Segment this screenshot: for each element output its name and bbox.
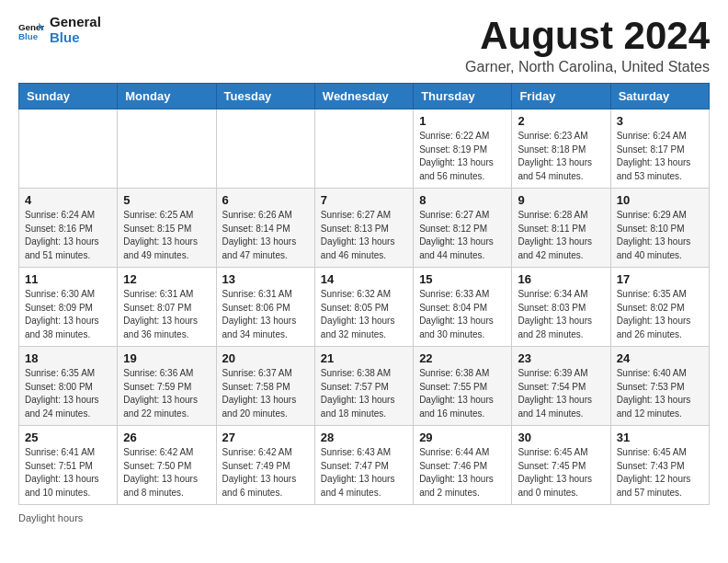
day-info: Sunrise: 6:27 AM Sunset: 8:13 PM Dayligh… bbox=[321, 209, 407, 262]
calendar-cell: 3Sunrise: 6:24 AM Sunset: 8:17 PM Daylig… bbox=[610, 109, 709, 189]
day-number: 16 bbox=[518, 272, 604, 286]
calendar-cell: 27Sunrise: 6:42 AM Sunset: 7:49 PM Dayli… bbox=[216, 426, 314, 505]
day-number: 17 bbox=[617, 272, 703, 286]
day-info: Sunrise: 6:37 AM Sunset: 7:58 PM Dayligh… bbox=[222, 367, 309, 420]
day-info: Sunrise: 6:29 AM Sunset: 8:10 PM Dayligh… bbox=[617, 209, 703, 262]
calendar-cell: 23Sunrise: 6:39 AM Sunset: 7:54 PM Dayli… bbox=[512, 347, 610, 426]
calendar-title: August 2024 bbox=[465, 15, 710, 57]
calendar-cell: 10Sunrise: 6:29 AM Sunset: 8:10 PM Dayli… bbox=[610, 189, 709, 268]
column-header-saturday: Saturday bbox=[610, 84, 709, 109]
day-number: 23 bbox=[518, 351, 604, 365]
calendar-cell: 22Sunrise: 6:38 AM Sunset: 7:55 PM Dayli… bbox=[414, 347, 512, 426]
day-info: Sunrise: 6:45 AM Sunset: 7:45 PM Dayligh… bbox=[518, 446, 604, 500]
day-info: Sunrise: 6:38 AM Sunset: 7:55 PM Dayligh… bbox=[419, 367, 506, 420]
calendar-cell: 8Sunrise: 6:27 AM Sunset: 8:12 PM Daylig… bbox=[414, 189, 512, 268]
calendar-cell: 13Sunrise: 6:31 AM Sunset: 8:06 PM Dayli… bbox=[216, 268, 314, 347]
calendar-cell: 12Sunrise: 6:31 AM Sunset: 8:07 PM Dayli… bbox=[118, 268, 216, 347]
day-info: Sunrise: 6:41 AM Sunset: 7:51 PM Dayligh… bbox=[25, 446, 111, 500]
day-number: 21 bbox=[321, 351, 407, 365]
day-number: 4 bbox=[25, 193, 111, 207]
day-info: Sunrise: 6:42 AM Sunset: 7:49 PM Dayligh… bbox=[222, 446, 309, 500]
day-info: Sunrise: 6:26 AM Sunset: 8:14 PM Dayligh… bbox=[222, 209, 309, 262]
day-info: Sunrise: 6:24 AM Sunset: 8:16 PM Dayligh… bbox=[25, 209, 111, 262]
day-info: Sunrise: 6:39 AM Sunset: 7:54 PM Dayligh… bbox=[518, 367, 604, 420]
calendar-cell: 24Sunrise: 6:40 AM Sunset: 7:53 PM Dayli… bbox=[610, 347, 709, 426]
title-block: August 2024 Garner, North Carolina, Unit… bbox=[465, 15, 710, 75]
calendar-cell: 7Sunrise: 6:27 AM Sunset: 8:13 PM Daylig… bbox=[314, 189, 413, 268]
day-number: 7 bbox=[321, 193, 407, 207]
day-number: 6 bbox=[222, 193, 309, 207]
calendar-cell: 5Sunrise: 6:25 AM Sunset: 8:15 PM Daylig… bbox=[118, 189, 216, 268]
calendar-cell: 19Sunrise: 6:36 AM Sunset: 7:59 PM Dayli… bbox=[118, 347, 216, 426]
day-number: 13 bbox=[222, 272, 309, 286]
day-info: Sunrise: 6:33 AM Sunset: 8:04 PM Dayligh… bbox=[419, 288, 506, 341]
day-info: Sunrise: 6:35 AM Sunset: 8:02 PM Dayligh… bbox=[617, 288, 703, 341]
day-info: Sunrise: 6:38 AM Sunset: 7:57 PM Dayligh… bbox=[321, 367, 407, 420]
calendar-cell: 11Sunrise: 6:30 AM Sunset: 8:09 PM Dayli… bbox=[19, 268, 118, 347]
day-info: Sunrise: 6:34 AM Sunset: 8:03 PM Dayligh… bbox=[518, 288, 604, 341]
column-header-friday: Friday bbox=[512, 84, 610, 109]
calendar-cell bbox=[314, 109, 413, 189]
day-number: 15 bbox=[419, 272, 506, 286]
calendar-cell: 16Sunrise: 6:34 AM Sunset: 8:03 PM Dayli… bbox=[512, 268, 610, 347]
calendar-cell: 15Sunrise: 6:33 AM Sunset: 8:04 PM Dayli… bbox=[414, 268, 512, 347]
calendar-table: SundayMondayTuesdayWednesdayThursdayFrid… bbox=[18, 83, 710, 505]
calendar-cell: 21Sunrise: 6:38 AM Sunset: 7:57 PM Dayli… bbox=[314, 347, 413, 426]
logo-blue: Blue bbox=[50, 30, 101, 46]
day-number: 8 bbox=[419, 193, 506, 207]
day-info: Sunrise: 6:36 AM Sunset: 7:59 PM Dayligh… bbox=[123, 367, 210, 420]
calendar-header-row: SundayMondayTuesdayWednesdayThursdayFrid… bbox=[19, 84, 710, 109]
day-info: Sunrise: 6:22 AM Sunset: 8:19 PM Dayligh… bbox=[419, 130, 506, 183]
day-info: Sunrise: 6:31 AM Sunset: 8:07 PM Dayligh… bbox=[123, 288, 210, 341]
day-info: Sunrise: 6:44 AM Sunset: 7:46 PM Dayligh… bbox=[419, 446, 506, 500]
day-number: 28 bbox=[321, 431, 407, 444]
day-info: Sunrise: 6:32 AM Sunset: 8:05 PM Dayligh… bbox=[321, 288, 407, 341]
day-info: Sunrise: 6:43 AM Sunset: 7:47 PM Dayligh… bbox=[321, 446, 407, 500]
day-number: 10 bbox=[617, 193, 703, 207]
day-number: 18 bbox=[25, 351, 111, 365]
day-info: Sunrise: 6:35 AM Sunset: 8:00 PM Dayligh… bbox=[25, 367, 111, 420]
day-number: 27 bbox=[222, 431, 309, 444]
calendar-cell: 26Sunrise: 6:42 AM Sunset: 7:50 PM Dayli… bbox=[118, 426, 216, 505]
calendar-week-1: 1Sunrise: 6:22 AM Sunset: 8:19 PM Daylig… bbox=[19, 109, 710, 189]
footer-note: Daylight hours bbox=[18, 512, 710, 523]
logo: General Blue General Blue bbox=[18, 15, 101, 45]
calendar-subtitle: Garner, North Carolina, United States bbox=[465, 59, 710, 75]
calendar-cell: 28Sunrise: 6:43 AM Sunset: 7:47 PM Dayli… bbox=[314, 426, 413, 505]
calendar-week-3: 11Sunrise: 6:30 AM Sunset: 8:09 PM Dayli… bbox=[19, 268, 710, 347]
day-info: Sunrise: 6:42 AM Sunset: 7:50 PM Dayligh… bbox=[123, 446, 210, 500]
day-info: Sunrise: 6:27 AM Sunset: 8:12 PM Dayligh… bbox=[419, 209, 506, 262]
calendar-week-4: 18Sunrise: 6:35 AM Sunset: 8:00 PM Dayli… bbox=[19, 347, 710, 426]
day-number: 30 bbox=[518, 431, 604, 444]
day-info: Sunrise: 6:23 AM Sunset: 8:18 PM Dayligh… bbox=[518, 130, 604, 183]
day-number: 9 bbox=[518, 193, 604, 207]
calendar-cell: 29Sunrise: 6:44 AM Sunset: 7:46 PM Dayli… bbox=[414, 426, 512, 505]
day-number: 19 bbox=[123, 351, 210, 365]
calendar-cell: 25Sunrise: 6:41 AM Sunset: 7:51 PM Dayli… bbox=[19, 426, 118, 505]
calendar-week-5: 25Sunrise: 6:41 AM Sunset: 7:51 PM Dayli… bbox=[19, 426, 710, 505]
calendar-cell: 30Sunrise: 6:45 AM Sunset: 7:45 PM Dayli… bbox=[512, 426, 610, 505]
calendar-cell bbox=[118, 109, 216, 189]
calendar-cell: 4Sunrise: 6:24 AM Sunset: 8:16 PM Daylig… bbox=[19, 189, 118, 268]
day-info: Sunrise: 6:24 AM Sunset: 8:17 PM Dayligh… bbox=[617, 130, 703, 183]
column-header-wednesday: Wednesday bbox=[314, 84, 413, 109]
day-info: Sunrise: 6:30 AM Sunset: 8:09 PM Dayligh… bbox=[25, 288, 111, 341]
column-header-thursday: Thursday bbox=[414, 84, 512, 109]
day-number: 11 bbox=[25, 272, 111, 286]
day-info: Sunrise: 6:25 AM Sunset: 8:15 PM Dayligh… bbox=[123, 209, 210, 262]
day-number: 1 bbox=[419, 114, 506, 128]
logo-general: General bbox=[50, 15, 101, 30]
day-number: 24 bbox=[617, 351, 703, 365]
day-number: 5 bbox=[123, 193, 210, 207]
day-info: Sunrise: 6:28 AM Sunset: 8:11 PM Dayligh… bbox=[518, 209, 604, 262]
calendar-cell bbox=[216, 109, 314, 189]
calendar-cell: 1Sunrise: 6:22 AM Sunset: 8:19 PM Daylig… bbox=[414, 109, 512, 189]
day-number: 20 bbox=[222, 351, 309, 365]
column-header-sunday: Sunday bbox=[19, 84, 118, 109]
day-number: 25 bbox=[25, 431, 111, 444]
day-info: Sunrise: 6:40 AM Sunset: 7:53 PM Dayligh… bbox=[617, 367, 703, 420]
day-number: 29 bbox=[419, 431, 506, 444]
calendar-week-2: 4Sunrise: 6:24 AM Sunset: 8:16 PM Daylig… bbox=[19, 189, 710, 268]
calendar-cell: 18Sunrise: 6:35 AM Sunset: 8:00 PM Dayli… bbox=[19, 347, 118, 426]
calendar-cell: 9Sunrise: 6:28 AM Sunset: 8:11 PM Daylig… bbox=[512, 189, 610, 268]
